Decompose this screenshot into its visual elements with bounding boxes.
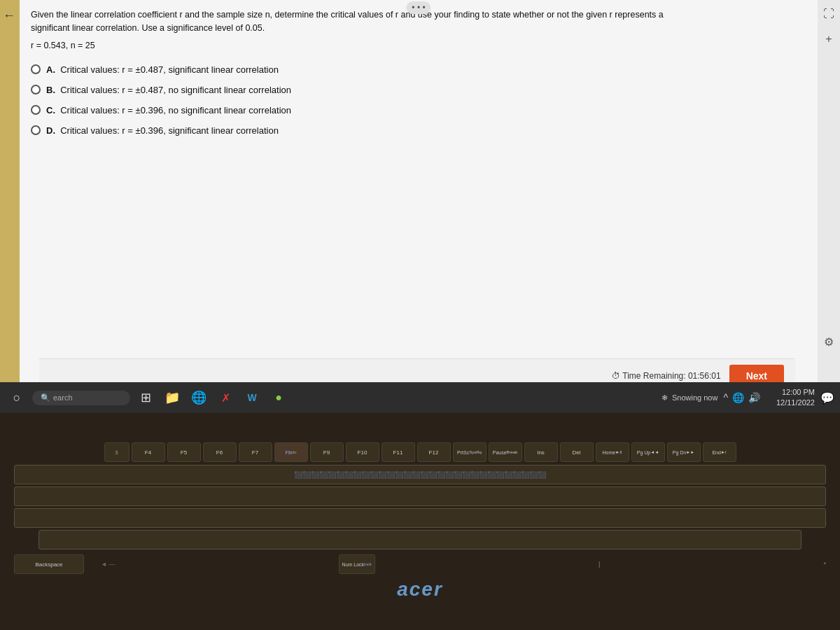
back-arrow-button[interactable]: ← [3,8,15,23]
search-icon: 🔍 [41,393,50,402]
clock-time: 12:00 PM [766,387,815,398]
key-f9[interactable]: F9 [310,442,344,462]
key-home[interactable]: Home►II [596,442,629,462]
keyboard-area: 3 F4 F5 F6 F7 F8plo F9 F10 F11 F12 PrtSc… [0,413,840,630]
option-c-label: C. Critical values: r = ±0.396, no signi… [46,105,291,115]
option-d-radio[interactable] [31,125,41,135]
key-f7[interactable]: F7 [239,442,272,462]
fn-key-row: 3 F4 F5 F6 F7 F8plo F9 F10 F11 F12 PrtSc… [104,442,736,462]
key-f6[interactable]: F6 [203,442,237,462]
file-explorer-button[interactable]: 📁 [161,386,183,409]
task-view-icon: ⊞ [141,390,151,405]
key-f11[interactable]: F11 [382,442,415,462]
app4-icon: ● [275,391,282,404]
more-options-button[interactable]: • • • [406,1,430,14]
key-row-4 [14,530,826,550]
key-prtsc[interactable]: PrtScSysRq [453,442,486,462]
option-b-label: B. Critical values: r = ±0.487, no signi… [46,85,291,95]
taskbar-right: ❄ Snowing now ^ 🌐 🔊 12:00 PM 12/11/2022 … [662,387,834,409]
search-label: earch [53,393,73,402]
weather-icon: ❄ [662,393,668,402]
key-row-visual: ⬛⬛⬛⬛⬛⬛⬛⬛⬛⬛⬛⬛⬛⬛⬛⬛⬛⬛⬛⬛⬛⬛⬛⬛⬛⬛⬛⬛⬛⬛ [14,465,826,484]
option-d-label: D. Critical values: r = ±0.396, signific… [46,125,279,136]
left-sidebar: ← [0,0,20,392]
key-f3[interactable]: 3 [104,442,130,462]
option-b-row[interactable]: B. Critical values: r = ±0.487, no signi… [31,85,804,95]
key-row-visual-2 [14,486,826,506]
right-sidebar: ⛶ + ⚙ [818,0,840,392]
folder-icon: 📁 [164,390,180,405]
option-d-row[interactable]: D. Critical values: r = ±0.396, signific… [31,125,804,136]
screen-area: ← • • • Given the linear correlation coe… [0,0,840,392]
weather-condition: Snowing now [672,393,718,402]
taskbar-app3[interactable]: W [241,386,263,409]
key-f10[interactable]: F10 [346,442,379,462]
option-a-row[interactable]: A. Critical values: r = ±0.487, signific… [31,64,804,75]
option-a-radio[interactable] [31,64,41,74]
clock-date: 12/11/2022 [766,398,815,408]
main-content: • • • Given the linear correlation coeff… [20,0,818,392]
key-row-3 [14,508,826,528]
key-row-visual-4 [38,530,802,550]
network-icon[interactable]: 🌐 [732,392,744,403]
taskbar-app1[interactable]: 🌐 [188,386,210,409]
start-button[interactable]: ○ [6,386,28,409]
minimize-expand-icon[interactable]: ⛶ [820,6,837,22]
app3-icon: W [247,392,256,403]
key-row-visual-3 [14,508,826,528]
laptop-body: 3 F4 F5 F6 F7 F8plo F9 F10 F11 F12 PrtSc… [0,392,840,630]
acer-logo: acer [397,578,443,601]
key-pgup[interactable]: Pg Up◄◄ [631,442,665,462]
taskbar-search[interactable]: 🔍 earch [32,391,130,405]
task-view-button[interactable]: ⊞ [134,386,157,409]
key-pause[interactable]: PauseBreak [489,442,522,462]
r-value-text: r = 0.543, n = 25 [31,41,804,50]
plus-icon[interactable]: + [820,31,837,48]
clock-area[interactable]: 12:00 PM 12/11/2022 [766,387,815,409]
taskbar-app2[interactable]: ✗ [214,386,237,409]
options-container: A. Critical values: r = ±0.487, signific… [31,64,804,136]
key-pgdn[interactable]: Pg Dn►► [667,442,701,462]
app2-icon: ✗ [221,391,230,405]
bottom-special-keys: Backspace ◄ — Num Lock lock | * [14,554,826,574]
taskbar: ○ 🔍 earch ⊞ 📁 🌐 ✗ W ● ❄ Snowing now [0,382,840,413]
key-row-2 [14,486,826,506]
option-b-radio[interactable] [31,85,41,94]
taskbar-app4[interactable]: ● [267,386,290,409]
key-backspace[interactable]: Backspace [14,554,84,574]
taskbar-left: ○ 🔍 earch ⊞ 📁 🌐 ✗ W ● [6,386,662,409]
backspace-area: Backspace ◄ — [14,554,115,574]
time-remaining-label: ⏱ Time Remaining: 01:56:01 [612,371,720,381]
system-icons: ^ 🌐 🔊 [723,392,760,403]
option-c-radio[interactable] [31,105,41,115]
chevron-up-icon[interactable]: ^ [723,392,728,403]
option-c-row[interactable]: C. Critical values: r = ±0.396, no signi… [31,105,804,115]
app1-icon: 🌐 [191,390,206,405]
key-del[interactable]: Del [560,442,594,462]
volume-icon[interactable]: 🔊 [748,392,760,403]
key-ins[interactable]: Ins [524,442,558,462]
gear-icon[interactable]: ⚙ [820,333,837,350]
key-numlock[interactable]: Num Lock lock [339,554,375,574]
key-end[interactable]: End►I [703,442,736,462]
key-f4[interactable]: F4 [132,442,165,462]
key-row-1: ⬛⬛⬛⬛⬛⬛⬛⬛⬛⬛⬛⬛⬛⬛⬛⬛⬛⬛⬛⬛⬛⬛⬛⬛⬛⬛⬛⬛⬛⬛ [14,465,826,484]
question-text: Given the linear correlation coefficient… [31,8,675,35]
notification-icon[interactable]: 💬 [820,391,834,405]
key-f5[interactable]: F5 [167,442,201,462]
option-a-label: A. Critical values: r = ±0.487, signific… [46,64,279,75]
key-f12[interactable]: F12 [417,442,451,462]
weather-info: ❄ Snowing now [662,393,718,402]
key-f8[interactable]: F8plo [274,442,308,462]
